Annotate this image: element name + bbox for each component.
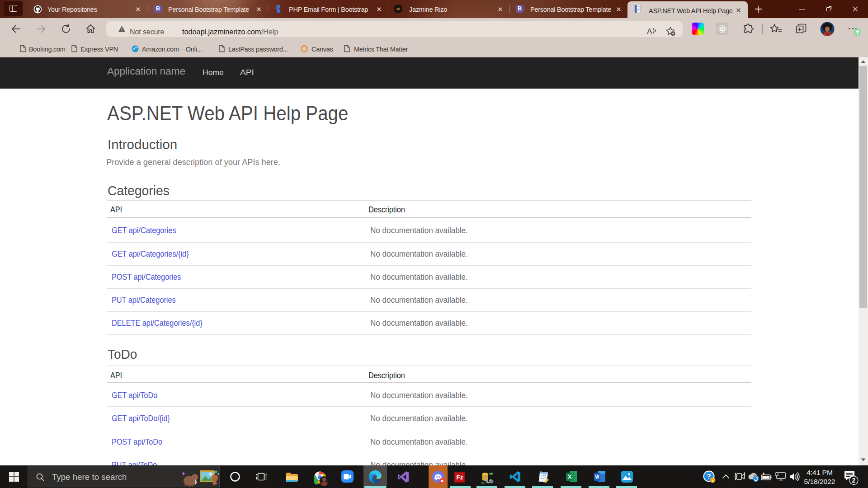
svg-text:?: ? bbox=[707, 472, 711, 480]
svg-text:2: 2 bbox=[852, 477, 856, 484]
